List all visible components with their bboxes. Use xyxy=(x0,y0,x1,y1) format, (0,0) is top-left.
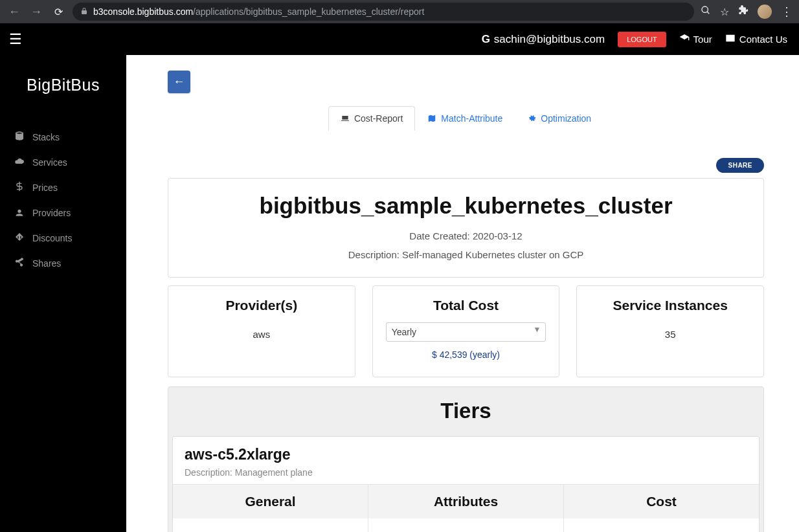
app-logo: BigBitBus xyxy=(0,55,126,124)
tier-description: Description: Management plane xyxy=(185,467,747,478)
tiers-heading: Tiers xyxy=(171,388,761,435)
share-button[interactable]: SHARE xyxy=(716,158,764,173)
user-email-block: G sachin@bigbitbus.com xyxy=(482,33,605,46)
graduation-cap-icon xyxy=(679,33,690,45)
menu-icon[interactable]: ⋮ xyxy=(781,5,793,19)
sidebar-item-label: Prices xyxy=(32,183,58,193)
tour-link[interactable]: Tour xyxy=(679,33,712,45)
providers-value: aws xyxy=(181,329,342,340)
map-icon xyxy=(427,114,436,123)
topbar: G sachin@bigbitbus.com LOGOUT Tour Conta… xyxy=(126,23,799,55)
col-header-attributes: Attributes xyxy=(368,485,564,518)
svg-point-0 xyxy=(702,6,708,12)
forward-arrow-icon[interactable]: → xyxy=(28,5,44,19)
reload-icon[interactable]: ⟳ xyxy=(51,6,66,18)
main-content: ← Cost-Report Match-Attribute Optimizati… xyxy=(126,55,799,532)
sidebar-item-label: Discounts xyxy=(32,233,72,243)
cpu-row: CPU Core Count: 8 xyxy=(379,527,553,532)
report-header-card: bigbitbus_sample_kubernetes_cluster Date… xyxy=(168,178,764,278)
instances-card: Service Instances 35 xyxy=(576,285,764,377)
report-tabs: Cost-Report Match-Attribute Optimization xyxy=(328,106,603,131)
tab-label: Cost-Report xyxy=(354,113,403,124)
total-cost-title: Total Cost xyxy=(386,298,546,313)
tab-label: Optimization xyxy=(541,113,591,124)
laptop-icon xyxy=(341,114,350,123)
period-select[interactable]: Yearly xyxy=(386,322,546,342)
star-icon[interactable]: ☆ xyxy=(720,6,729,18)
tab-optimization[interactable]: Optimization xyxy=(515,106,603,131)
tab-match-attribute[interactable]: Match-Attribute xyxy=(415,106,515,131)
envelope-icon xyxy=(725,33,736,45)
sidebar-item-providers[interactable]: Providers xyxy=(5,200,121,225)
sidebar-item-services[interactable]: Services xyxy=(5,150,121,175)
back-arrow-icon[interactable]: ← xyxy=(6,5,22,19)
zoom-icon[interactable] xyxy=(701,5,711,18)
lock-icon xyxy=(80,7,88,17)
logout-button[interactable]: LOGOUT xyxy=(618,32,666,47)
sidebar-item-label: Stacks xyxy=(32,132,60,142)
instances-value: 35 xyxy=(590,329,750,340)
tier-col-attributes: CPU Core Count: 8 Memory: 16 xyxy=(368,518,564,532)
tier-card: aws-c5.2xlarge Description: Management p… xyxy=(172,436,760,532)
back-button[interactable]: ← xyxy=(168,71,190,93)
database-icon xyxy=(14,131,25,143)
date-created: Date Created: 2020-03-12 xyxy=(184,230,748,241)
tier-column-headers: General Attributes Cost xyxy=(173,484,759,518)
tier-col-general: Location: us-west-1 Provider: aws xyxy=(173,518,368,532)
share-icon xyxy=(14,257,25,269)
total-cost-card: Total Cost Yearly ▼ $ 42,539 (yearly) xyxy=(372,285,560,377)
url-path: /applications/bigbitbus_sample_kubernete… xyxy=(193,6,424,17)
browser-toolbar: ← → ⟳ b3console.bigbitbus.com/applicatio… xyxy=(0,0,799,23)
sidebar-item-stacks[interactable]: Stacks xyxy=(5,124,121,150)
google-icon: G xyxy=(482,33,490,46)
sidebar-topbar: ☰ xyxy=(0,23,126,55)
dollar-icon xyxy=(14,181,25,194)
arrow-left-icon: ← xyxy=(174,75,185,89)
sidebar-item-shares[interactable]: Shares xyxy=(5,250,121,276)
contact-link[interactable]: Contact Us xyxy=(725,33,787,45)
sidebar-item-discounts[interactable]: Discounts xyxy=(5,225,121,250)
tier-name: aws-c5.2xlarge xyxy=(185,446,747,463)
col-header-general: General xyxy=(173,485,368,518)
tab-cost-report[interactable]: Cost-Report xyxy=(328,106,415,131)
tiers-section: Tiers aws-c5.2xlarge Description: Manage… xyxy=(168,386,764,532)
sidebar: ☰ BigBitBus Stacks Services Prices Provi… xyxy=(0,23,126,532)
svg-line-1 xyxy=(707,12,709,14)
providers-card: Provider(s) aws xyxy=(168,285,355,377)
url-domain: b3console.bigbitbus.com xyxy=(93,6,193,17)
hamburger-icon[interactable]: ☰ xyxy=(9,31,35,48)
page-title: bigbitbus_sample_kubernetes_cluster xyxy=(184,193,748,219)
cloud-icon xyxy=(14,156,25,168)
tour-label: Tour xyxy=(693,34,712,45)
contact-label: Contact Us xyxy=(739,34,787,45)
location-row: Location: us-west-1 xyxy=(183,527,357,532)
extensions-icon[interactable] xyxy=(738,5,748,18)
gears-icon xyxy=(527,114,536,123)
instances-title: Service Instances xyxy=(590,298,750,313)
tab-label: Match-Attribute xyxy=(441,113,502,124)
tier-col-cost: Service Cost: $ 11,143 Unit Cost: $ 3,71… xyxy=(564,518,759,532)
sidebar-item-prices[interactable]: Prices xyxy=(5,175,121,200)
sidebar-item-label: Services xyxy=(32,157,67,168)
sidebar-item-label: Providers xyxy=(32,208,71,218)
sidebar-item-label: Shares xyxy=(32,258,61,269)
users-icon xyxy=(14,206,25,219)
user-email: sachin@bigbitbus.com xyxy=(494,33,605,46)
service-cost-row: Service Cost: $ 11,143 xyxy=(574,527,748,532)
col-header-cost: Cost xyxy=(564,485,759,518)
providers-title: Provider(s) xyxy=(181,298,342,313)
profile-avatar[interactable] xyxy=(758,5,772,19)
discount-icon xyxy=(14,232,25,244)
report-description: Description: Self-managed Kubernetes clu… xyxy=(184,249,748,260)
total-cost-value: $ 42,539 (yearly) xyxy=(386,349,546,360)
address-bar[interactable]: b3console.bigbitbus.com/applications/big… xyxy=(73,3,694,21)
